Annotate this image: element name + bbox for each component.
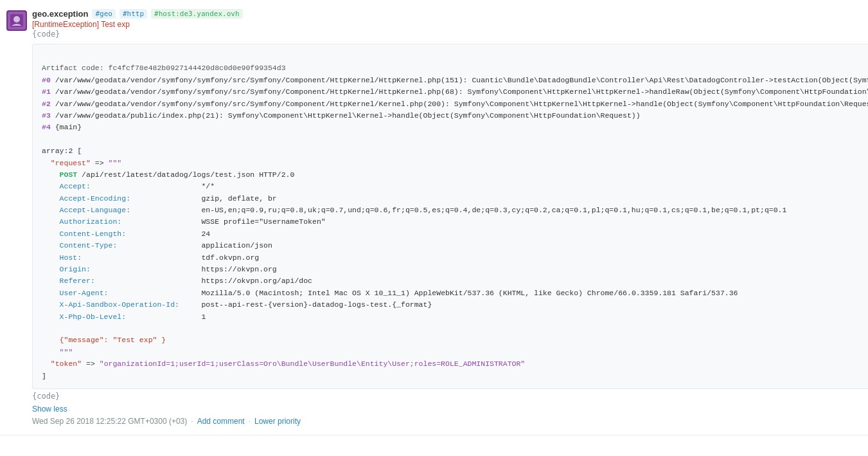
code-block: Artifact code: fc4fcf78e482b0927144420d8…: [32, 44, 868, 389]
tag-http[interactable]: #http: [120, 9, 147, 19]
lower-priority-link[interactable]: Lower priority: [254, 417, 301, 426]
tag-host[interactable]: #host:de3.yandex.ovh: [151, 9, 242, 19]
svg-point-1: [13, 16, 20, 23]
log-title-row: geo.exception #geo #http #host:de3.yande…: [32, 9, 868, 19]
stack-line-2: #2 /var/www/geodata/vendor/symfony/symfo…: [42, 100, 868, 108]
log-header: geo.exception #geo #http #host:de3.yande…: [0, 5, 868, 41]
http-method: POST: [60, 170, 78, 179]
log-code-label-top: {code}: [32, 30, 868, 39]
token-key: "token": [51, 360, 82, 368]
array-close: ]: [42, 372, 46, 380]
stack-line-0: #0 /var/www/geodata/vendor/symfony/symfo…: [42, 76, 868, 84]
show-less-link[interactable]: Show less: [32, 405, 67, 414]
avatar: [6, 10, 27, 31]
log-footer: Show less: [0, 401, 868, 415]
array-open: array:2 [: [42, 147, 82, 155]
request-key: "request": [51, 159, 91, 167]
timestamp: Wed Sep 26 2018 12:25:22 GMT+0300 (+03): [32, 417, 187, 426]
add-comment-link[interactable]: Add comment: [197, 417, 245, 426]
dot-separator-1: ·: [191, 417, 193, 426]
tag-geo[interactable]: #geo: [92, 9, 116, 19]
stack-line-3: #3 /var/www/geodata/public/index.php(21)…: [42, 111, 641, 120]
log-exception: [RuntimeException] Test exp: [32, 20, 868, 29]
artifact-line: Artifact code: fc4fcf78e482b0927144420d8…: [42, 64, 286, 72]
dot-separator-2: ·: [249, 417, 251, 426]
stack-line-4: #4 {main}: [42, 123, 82, 131]
stack-line-1: #1 /var/www/geodata/vendor/symfony/symfo…: [42, 87, 868, 96]
log-meta: geo.exception #geo #http #host:de3.yande…: [32, 9, 868, 39]
code-label-bottom: {code}: [32, 392, 868, 401]
log-source: geo.exception: [32, 9, 88, 19]
